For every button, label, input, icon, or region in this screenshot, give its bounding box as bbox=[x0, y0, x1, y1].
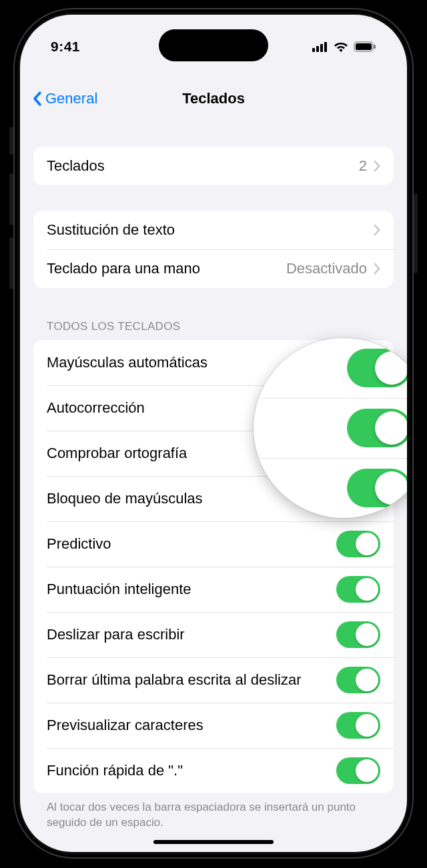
row-one-handed-label: Teclado para una mano bbox=[47, 259, 286, 278]
group-keyboards: Teclados 2 bbox=[33, 147, 394, 185]
toggle-row: Previsualizar caracteres bbox=[33, 703, 394, 748]
toggle-row: Borrar última palabra escrita al desliza… bbox=[33, 657, 394, 703]
toggle-switch[interactable] bbox=[336, 621, 380, 648]
toggle-switch[interactable] bbox=[336, 757, 380, 784]
battery-icon bbox=[354, 41, 376, 52]
cellular-icon bbox=[312, 41, 328, 52]
group-text: Sustitución de texto Teclado para una ma… bbox=[33, 211, 394, 288]
row-one-handed-value: Desactivado bbox=[286, 260, 367, 277]
row-keyboards[interactable]: Teclados 2 bbox=[33, 147, 394, 185]
page-title: Teclados bbox=[182, 90, 245, 107]
toggle-switch[interactable] bbox=[336, 667, 380, 693]
toggle-row: Puntuación inteligente bbox=[33, 567, 394, 612]
toggle-switch[interactable] bbox=[336, 576, 380, 603]
chevron-left-icon bbox=[32, 91, 43, 107]
svg-rect-0 bbox=[312, 48, 315, 52]
wifi-icon bbox=[334, 41, 348, 52]
row-keyboards-label: Teclados bbox=[47, 157, 359, 175]
toggle-row-label: Función rápida de "." bbox=[47, 761, 336, 780]
screen: 9:41 bbox=[20, 15, 407, 852]
row-text-replacement-label: Sustitución de texto bbox=[47, 221, 374, 239]
home-indicator[interactable] bbox=[153, 840, 274, 844]
toggle-row: Función rápida de "." bbox=[33, 748, 394, 793]
phone-frame: 9:41 bbox=[13, 8, 414, 859]
svg-rect-6 bbox=[356, 43, 372, 50]
svg-point-4 bbox=[340, 49, 342, 52]
toggle-row-label: Deslizar para escribir bbox=[47, 625, 336, 644]
svg-rect-1 bbox=[316, 46, 319, 52]
chevron-right-icon bbox=[374, 263, 380, 275]
magnifier-row bbox=[254, 398, 407, 458]
chevron-right-icon bbox=[374, 224, 380, 236]
row-text-replacement[interactable]: Sustitución de texto bbox=[33, 211, 394, 249]
back-label: General bbox=[45, 90, 97, 107]
chevron-right-icon bbox=[374, 160, 380, 172]
status-indicators bbox=[312, 41, 376, 52]
toggle-row-label: Predictivo bbox=[47, 535, 336, 553]
nav-bar: General Teclados bbox=[20, 79, 407, 119]
toggle-switch[interactable] bbox=[336, 712, 380, 739]
svg-rect-3 bbox=[324, 42, 327, 52]
svg-rect-7 bbox=[374, 45, 376, 49]
toggle-row-label: Borrar última palabra escrita al desliza… bbox=[47, 671, 336, 689]
row-keyboards-count: 2 bbox=[359, 157, 367, 175]
dynamic-island bbox=[159, 29, 268, 61]
row-one-handed[interactable]: Teclado para una mano Desactivado bbox=[33, 249, 394, 288]
svg-rect-2 bbox=[320, 44, 323, 52]
power-button bbox=[414, 193, 418, 273]
toggle-row-label: Puntuación inteligente bbox=[47, 580, 336, 599]
magnifier-switch bbox=[347, 409, 407, 447]
section-header-all-keyboards: TODOS LOS TECLADOS bbox=[33, 320, 394, 340]
toggle-row: Deslizar para escribir bbox=[33, 612, 394, 657]
toggle-switch[interactable] bbox=[336, 531, 380, 557]
status-time: 9:41 bbox=[51, 39, 80, 55]
back-button[interactable]: General bbox=[32, 90, 97, 107]
toggle-row-label: Previsualizar caracteres bbox=[47, 716, 336, 735]
toggle-row: Predictivo bbox=[33, 521, 394, 567]
